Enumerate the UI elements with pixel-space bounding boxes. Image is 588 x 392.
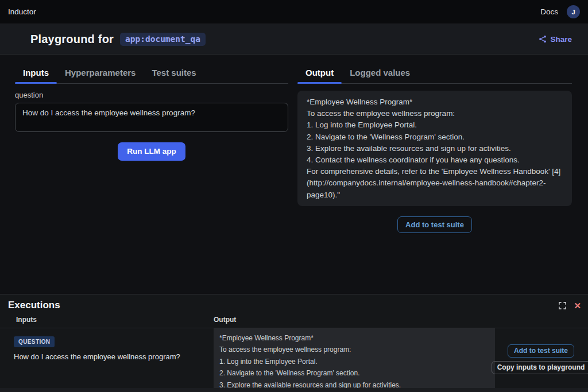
execution-output-line: *Employee Wellness Program* (219, 332, 489, 344)
add-to-test-suite-row: Add to test suite (297, 216, 572, 233)
execution-row: QUESTION How do I access the employee we… (0, 328, 588, 390)
executions-next-row-edge (0, 388, 588, 392)
execution-actions: Add to test suite Copy inputs to playgro… (500, 344, 582, 374)
output-line: 4. Contact the wellness coordinator if y… (307, 154, 563, 166)
docs-link[interactable]: Docs (540, 7, 558, 16)
execution-output-line: 2. Navigate to the 'Wellness Program' se… (219, 367, 489, 379)
llm-output-panel: *Employee Wellness Program* To access th… (297, 91, 572, 206)
tab-test-suites[interactable]: Test suites (144, 63, 204, 83)
output-line: To access the employee wellness program: (307, 108, 563, 119)
execution-question-text: How do I access the employee wellness pr… (14, 352, 203, 361)
add-to-test-suite-button[interactable]: Add to test suite (397, 216, 472, 233)
playground-body: Inputs Hyperparameters Test suites quest… (0, 55, 588, 233)
page-title: Playground for (30, 33, 114, 46)
inputs-column: Inputs Hyperparameters Test suites quest… (15, 63, 288, 233)
output-line: 1. Log into the Employee Portal. (307, 119, 563, 131)
brand-logo[interactable]: Inductor (8, 7, 36, 16)
top-nav-right: Docs J (540, 5, 580, 18)
executions-output-header: Output (214, 316, 236, 324)
execution-output-cell: *Employee Wellness Program* To access th… (214, 328, 495, 390)
executions-panel: Executions ✕ Inputs Output QUESTION How … (0, 294, 588, 392)
inputs-tab-bar: Inputs Hyperparameters Test suites (15, 63, 288, 84)
user-avatar[interactable]: J (567, 5, 580, 18)
output-line: 2. Navigate to the 'Wellness Program' se… (307, 131, 563, 143)
run-button-row: Run LLM app (15, 142, 288, 161)
output-line: 3. Explore the available resources and s… (307, 143, 563, 154)
expand-panel-button[interactable] (558, 301, 567, 310)
close-panel-button[interactable]: ✕ (574, 301, 581, 310)
tab-output[interactable]: Output (297, 63, 342, 83)
top-nav-bar: Inductor Docs J (0, 0, 588, 24)
question-badge: QUESTION (14, 336, 55, 347)
app-name-badge: app:document_qa (120, 33, 206, 46)
executions-inputs-header: Inputs (16, 316, 214, 324)
share-label: Share (550, 35, 572, 44)
tab-logged-values[interactable]: Logged values (342, 63, 418, 83)
share-button[interactable]: Share (539, 35, 572, 44)
run-llm-app-button[interactable]: Run LLM app (118, 142, 185, 161)
tab-inputs[interactable]: Inputs (15, 63, 57, 83)
execution-add-to-test-suite-button[interactable]: Add to test suite (508, 344, 574, 358)
output-line: (http://companydocs.internal/employee-we… (307, 177, 563, 200)
executions-header-actions: ✕ (558, 301, 581, 310)
executions-title: Executions (8, 300, 60, 311)
tab-hyperparameters[interactable]: Hyperparameters (57, 63, 144, 83)
fullscreen-icon (558, 301, 567, 310)
executions-header: Executions ✕ (0, 294, 588, 311)
question-input[interactable]: How do I access the employee wellness pr… (15, 103, 288, 132)
output-column: Output Logged values *Employee Wellness … (297, 63, 572, 233)
execution-output-line: To access the employee wellness program: (219, 344, 489, 355)
question-label: question (15, 91, 288, 99)
executions-column-headers: Inputs Output (0, 311, 588, 328)
output-line: *Employee Wellness Program* (307, 96, 563, 108)
close-icon: ✕ (574, 301, 581, 310)
output-line: For comprehensive details, refer to the … (307, 166, 563, 177)
output-tab-bar: Output Logged values (297, 63, 572, 84)
playground-header: Playground for app:document_qa Share (0, 24, 588, 55)
copy-inputs-to-playground-button[interactable]: Copy inputs to playground (492, 361, 588, 374)
execution-inputs-cell: QUESTION How do I access the employee we… (14, 336, 203, 361)
execution-output-line: 1. Log into the Employee Portal. (219, 356, 489, 367)
share-icon (539, 35, 547, 43)
